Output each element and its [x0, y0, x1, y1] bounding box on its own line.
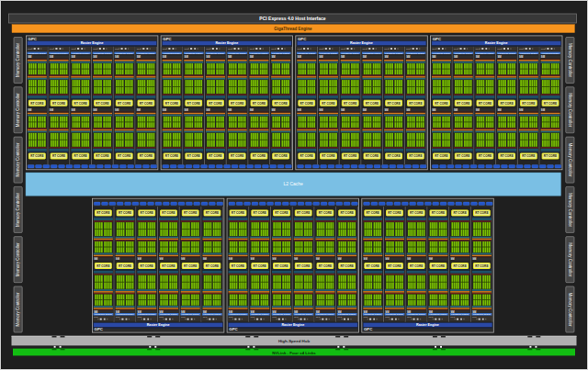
- svg-text:GigaThread Engine: GigaThread Engine: [274, 27, 312, 31]
- svg-text:High-Speed Hub: High-Speed Hub: [278, 339, 310, 343]
- svg-text:NVLink - Four x4 Links: NVLink - Four x4 Links: [272, 351, 316, 355]
- svg-text:L2 Cache: L2 Cache: [283, 181, 303, 186]
- svg-text:PCI Express 4.0 Host Interface: PCI Express 4.0 Host Interface: [259, 16, 325, 21]
